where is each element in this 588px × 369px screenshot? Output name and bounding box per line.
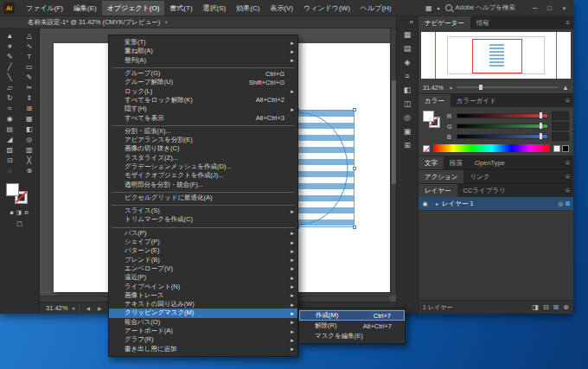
menu-item[interactable]: クリッピングマスク(M)	[109, 309, 297, 317]
document-title[interactable]: 名称未設定-1* @ 31.42% (CMYK/プレビュー)	[28, 18, 160, 27]
menu-item[interactable]: 変形(T)	[109, 38, 297, 47]
rotate-tool[interactable]: ↻	[0, 93, 20, 104]
navigator-preview[interactable]	[421, 32, 571, 79]
vertical-scrollbar[interactable]	[390, 29, 396, 296]
column-graph-tool[interactable]: ▥	[20, 145, 40, 156]
brushes-panel-icon[interactable]: ▤	[400, 42, 414, 54]
navigator-zoom-value[interactable]: 31.42%	[423, 85, 445, 91]
perspective-grid-tool[interactable]: ▦	[20, 114, 40, 124]
menu-item[interactable]: 画像の切り抜き(C)	[109, 144, 297, 153]
make-clipping-mask-button[interactable]: ◨	[532, 303, 539, 311]
eraser-tool[interactable]: ▱	[0, 83, 20, 93]
eyedropper-tool[interactable]: ◢	[0, 135, 20, 145]
visibility-eye-icon[interactable]: ◉	[419, 200, 432, 207]
menu-item[interactable]: 分割・拡張(X)...	[109, 127, 297, 136]
menu-item[interactable]: トリムマークを作成(C)	[109, 215, 297, 224]
screen-mode-button[interactable]: ▢	[0, 220, 39, 227]
magic-wand-tool[interactable]: ∗	[0, 41, 20, 52]
new-layer-button[interactable]: ⊞	[553, 303, 559, 311]
channel-value-field[interactable]	[552, 122, 569, 130]
selection-handle[interactable]	[353, 226, 356, 229]
menu-item[interactable]: 複合パス(O)	[109, 318, 297, 327]
rectangle-tool[interactable]: ▭	[20, 62, 40, 73]
menu-item[interactable]: アピアランスを分割(E)	[109, 136, 297, 144]
selection-handle[interactable]	[353, 108, 356, 111]
close-document-icon[interactable]: ×	[164, 19, 168, 25]
panel-tab[interactable]: リンク	[463, 170, 495, 183]
paintbrush-tool[interactable]: ╲	[0, 73, 20, 83]
menu-item[interactable]: グループ解除(U) Shift+Ctrl+G	[109, 78, 297, 86]
direct-selection-tool[interactable]: △	[20, 31, 40, 41]
channel-slider[interactable]	[457, 134, 548, 139]
menu-item[interactable]: 隠す(H)	[109, 105, 297, 113]
appearance-panel-icon[interactable]: ◎	[400, 111, 414, 123]
menu-item[interactable]: 画像トレース	[109, 291, 297, 300]
menu-item[interactable]: すべてを表示 Alt+Ctrl+3	[109, 113, 297, 122]
panel-tab[interactable]: アクション	[419, 170, 463, 183]
zoom-slider[interactable]	[457, 86, 559, 88]
blend-tool[interactable]: ◎	[20, 135, 40, 145]
none-swatch[interactable]	[423, 145, 430, 152]
channel-value-field[interactable]	[552, 111, 569, 120]
menu-item[interactable]: スライス(S)	[109, 207, 297, 215]
symbol-sprayer-tool[interactable]: ▨	[0, 145, 20, 156]
menu-item[interactable]: ラスタライズ(Z)...	[109, 154, 297, 162]
menu-item[interactable]: エンベロープ(V)	[109, 264, 297, 273]
workspace-caret-icon[interactable]: ▾	[438, 5, 440, 11]
selection-handle[interactable]	[353, 167, 356, 170]
stroke-panel-icon[interactable]: ≡	[400, 70, 414, 81]
maximize-button[interactable]: □	[542, 0, 557, 16]
panel-tab[interactable]: 文字	[419, 156, 444, 169]
channel-slider[interactable]	[457, 113, 548, 118]
width-tool[interactable]: ≈	[0, 104, 20, 114]
panel-tab[interactable]: 情報	[470, 16, 495, 29]
black-swatch[interactable]	[562, 145, 569, 152]
workspace-switcher-icon[interactable]: ▦	[425, 4, 432, 12]
menu-item[interactable]: ライブペイント(N)	[109, 282, 297, 290]
line-segment-tool[interactable]: ╱	[0, 62, 20, 73]
channel-slider[interactable]	[457, 124, 548, 129]
menu-item[interactable]: 重ね順(A)	[109, 47, 297, 55]
next-artboard-icon[interactable]: ▶	[96, 305, 104, 311]
panel-menu-icon[interactable]: ≡	[566, 16, 570, 29]
previous-artboard-icon[interactable]: ◀	[84, 305, 92, 311]
panel-tab[interactable]: 段落	[444, 156, 469, 169]
free-transform-tool[interactable]: ⊞	[20, 104, 40, 114]
panel-tab[interactable]: レイヤー	[419, 184, 457, 197]
menu-item[interactable]: テキストの回り込み(W)	[109, 300, 297, 309]
graphic-styles-panel-icon[interactable]: ▣	[400, 125, 414, 137]
zoom-level[interactable]: 31.42%	[46, 304, 67, 312]
menubar-item[interactable]: ウィンドウ(W)	[298, 1, 355, 16]
proxy-view-rect[interactable]	[472, 39, 522, 73]
menubar-item[interactable]: 書式(T)	[164, 1, 197, 16]
new-sublayer-button[interactable]: ⊟	[543, 303, 549, 311]
menu-item[interactable]: パス(P)	[109, 229, 297, 238]
delete-layer-button[interactable]: ⊗	[563, 303, 569, 311]
pathfinder-panel-icon[interactable]: ⊞	[400, 139, 414, 150]
menubar-item[interactable]: オブジェクト(O)	[102, 1, 165, 16]
artboard-tool[interactable]: ⊡	[0, 156, 20, 166]
gradient-panel-icon[interactable]: ◧	[400, 84, 414, 95]
zoom-in-icon[interactable]: ▲	[562, 84, 569, 92]
menu-item[interactable]: グループ(G) Ctrl+G	[109, 69, 297, 78]
zoom-out-icon[interactable]: ▲	[449, 85, 453, 90]
expand-panels-icon[interactable]: «	[410, 18, 418, 26]
panel-menu-icon[interactable]: ≡	[566, 184, 570, 197]
submenu-item[interactable]: 作成(M) Ctrl+7	[299, 310, 405, 321]
panel-tab[interactable]: OpenType	[469, 156, 511, 169]
menu-item[interactable]: ブレンド(B)	[109, 256, 297, 264]
menu-item[interactable]: 書き出し用に追加	[109, 345, 297, 353]
menu-item[interactable]: モザイクオブジェクトを作成(J)...	[109, 171, 297, 180]
zoom-tool[interactable]: ⊕	[20, 166, 40, 176]
slice-tool[interactable]: ╳	[20, 156, 40, 166]
menubar-item[interactable]: ファイル(F)	[21, 1, 68, 16]
pen-tool[interactable]: ✎	[0, 52, 20, 62]
menu-item[interactable]: アートボード(A)	[109, 327, 297, 335]
submenu-item[interactable]: マスクを編集(E)	[299, 331, 405, 341]
panel-tab[interactable]: カラーガイド	[451, 94, 502, 107]
color-spectrum[interactable]	[433, 144, 550, 152]
fill-color-swatch[interactable]	[6, 183, 19, 196]
menubar-item[interactable]: ヘルプ(H)	[355, 1, 397, 16]
menubar-item[interactable]: 効果(C)	[231, 1, 265, 16]
menu-item[interactable]: 遠近(P)	[109, 273, 297, 282]
